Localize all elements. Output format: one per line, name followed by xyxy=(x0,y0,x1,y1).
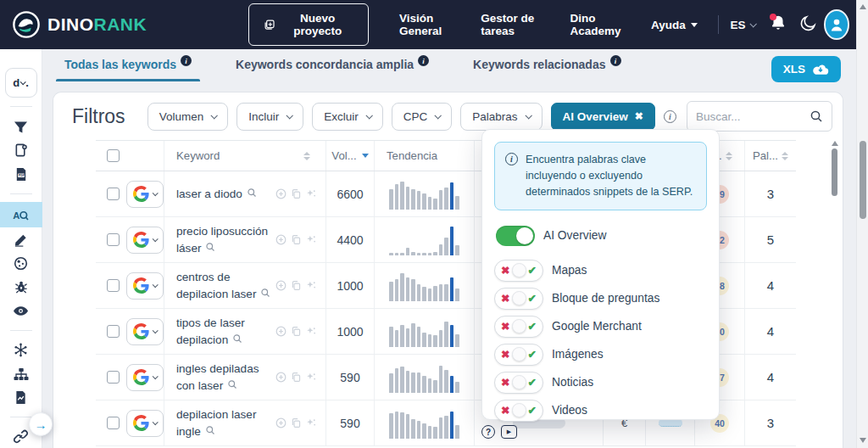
search-engine-selector[interactable] xyxy=(126,272,164,300)
sort-icon[interactable] xyxy=(303,152,310,160)
sort-icon[interactable] xyxy=(782,152,788,160)
ai-sparkle-icon[interactable] xyxy=(306,234,317,245)
tab-keywords-concordancia-amplia[interactable]: Keywords concordancia ampliai xyxy=(236,58,429,81)
toggle-knob[interactable] xyxy=(512,263,526,277)
row-checkbox[interactable] xyxy=(107,417,120,429)
ai-overview-filter-chip[interactable]: AI Overview✖ xyxy=(551,103,655,131)
keyword-search-icon[interactable] xyxy=(227,379,237,392)
language-selector[interactable]: ES xyxy=(731,19,755,31)
table-scrollbar[interactable] xyxy=(831,141,838,445)
keyword-search-icon[interactable] xyxy=(247,188,257,200)
copy-icon[interactable] xyxy=(291,280,302,291)
search-icon[interactable] xyxy=(810,109,823,123)
project-selector[interactable]: d. xyxy=(5,68,37,98)
ai-sparkle-icon[interactable] xyxy=(306,326,317,337)
notifications-button[interactable] xyxy=(769,14,787,36)
exclude-x-icon[interactable]: ✖ xyxy=(501,292,509,305)
toggle-knob[interactable] xyxy=(512,319,526,333)
select-all-checkbox[interactable] xyxy=(107,149,120,162)
toggle-knob[interactable] xyxy=(512,347,526,361)
tri-state-toggle-bloque-de-preguntas[interactable]: ✖ ✔ xyxy=(494,288,543,310)
header-keyword[interactable]: Keyword xyxy=(164,141,326,171)
ai-sparkle-icon[interactable] xyxy=(306,280,317,291)
keyword-search-icon[interactable] xyxy=(232,333,242,346)
user-avatar[interactable] xyxy=(824,9,849,40)
brand-logo-area[interactable]: DINORANK xyxy=(12,10,147,39)
close-icon[interactable]: ✖ xyxy=(635,110,643,122)
exclude-x-icon[interactable]: ✖ xyxy=(501,320,509,333)
sidebar-item-pagerank[interactable] xyxy=(0,252,42,275)
sidebar-item-crawler[interactable] xyxy=(0,276,42,299)
copy-icon[interactable] xyxy=(291,326,302,337)
sidebar-item-eye[interactable] xyxy=(0,300,42,322)
new-project-button[interactable]: Nuevo proyecto xyxy=(248,3,369,46)
filter-dropdown-palabras[interactable]: Palabras xyxy=(460,103,542,131)
sidebar-item-filter[interactable] xyxy=(0,115,42,138)
add-keyword-icon[interactable] xyxy=(275,372,287,383)
nav-link-ayuda[interactable]: Ayuda xyxy=(651,19,698,31)
page-scrollbar[interactable] xyxy=(856,0,868,448)
search-engine-selector[interactable] xyxy=(126,410,164,437)
keyword-search-icon[interactable] xyxy=(260,288,270,300)
toggle-knob[interactable] xyxy=(512,375,526,389)
scroll-down-icon[interactable] xyxy=(860,438,866,443)
row-checkbox[interactable] xyxy=(107,188,120,200)
exclude-x-icon[interactable]: ✖ xyxy=(501,348,509,361)
export-xls-button[interactable]: XLS xyxy=(771,56,841,82)
search-engine-selector[interactable] xyxy=(126,318,164,345)
row-checkbox[interactable] xyxy=(107,279,120,292)
row-checkbox[interactable] xyxy=(107,233,120,246)
include-check-icon[interactable]: ✔ xyxy=(528,264,537,277)
exclude-x-icon[interactable]: ✖ xyxy=(501,404,509,417)
exclude-x-icon[interactable]: ✖ xyxy=(501,264,509,277)
scroll-up-icon[interactable] xyxy=(860,4,866,9)
tri-state-toggle-mapas[interactable]: ✖ ✔ xyxy=(494,260,543,282)
header-words[interactable]: Pal... xyxy=(745,141,796,171)
sidebar-item-pencil[interactable] xyxy=(0,228,42,251)
page-scrollbar-thumb[interactable] xyxy=(860,141,866,219)
ai-overview-toggle[interactable] xyxy=(496,226,535,246)
sort-icon[interactable] xyxy=(726,152,732,160)
filter-dropdown-excluir[interactable]: Excluir xyxy=(312,103,383,131)
include-check-icon[interactable]: ✔ xyxy=(528,292,537,305)
sidebar-item-pdf[interactable]: PDF xyxy=(0,163,42,186)
filter-dropdown-incluir[interactable]: Incluir xyxy=(236,103,303,131)
tab-keywords-relacionadas[interactable]: Keywords relacionadasi xyxy=(473,58,620,81)
sidebar-item-doc-pen[interactable] xyxy=(0,139,42,162)
nav-link-visi-n-general[interactable]: Visión General xyxy=(399,12,459,37)
filter-dropdown-volumen[interactable]: Volumen xyxy=(147,103,229,131)
tab-todas-las-keywords[interactable]: Todas las keywordsi xyxy=(64,58,192,81)
search-engine-selector[interactable] xyxy=(126,181,164,208)
sidebar-item-sitemap[interactable] xyxy=(0,362,42,385)
search-engine-selector[interactable] xyxy=(126,227,164,254)
copy-icon[interactable] xyxy=(291,417,302,428)
video-tutorial-icon[interactable]: ▶ xyxy=(501,425,517,439)
copy-icon[interactable] xyxy=(291,372,302,383)
sidebar-item-report[interactable] xyxy=(0,386,42,409)
tri-state-toggle-videos[interactable]: ✖ ✔ xyxy=(494,400,543,422)
row-checkbox[interactable] xyxy=(107,325,120,338)
include-check-icon[interactable]: ✔ xyxy=(528,320,537,333)
nav-link-gestor-de-tareas[interactable]: Gestor de tareas xyxy=(481,12,548,37)
filter-dropdown-cpc[interactable]: CPC xyxy=(392,103,453,131)
add-keyword-icon[interactable] xyxy=(275,234,287,245)
tri-state-toggle-im-genes[interactable]: ✖ ✔ xyxy=(494,344,543,366)
ai-sparkle-icon[interactable] xyxy=(306,372,317,383)
sidebar-item-internal-links[interactable] xyxy=(0,339,42,361)
add-keyword-icon[interactable] xyxy=(275,188,287,199)
help-icon[interactable]: ? xyxy=(481,425,495,439)
add-keyword-icon[interactable] xyxy=(275,326,287,337)
dark-mode-toggle[interactable] xyxy=(799,14,817,36)
nav-link-dino-academy[interactable]: Dino Academy xyxy=(570,12,629,37)
copy-icon[interactable] xyxy=(291,234,302,245)
keyword-search-icon[interactable] xyxy=(205,425,215,438)
add-keyword-icon[interactable] xyxy=(275,280,287,291)
ai-sparkle-icon[interactable] xyxy=(306,417,317,428)
toggle-knob[interactable] xyxy=(512,291,526,305)
sidebar-item-keyword-research[interactable]: A xyxy=(0,202,42,227)
include-check-icon[interactable]: ✔ xyxy=(528,348,537,361)
search-engine-selector[interactable] xyxy=(126,364,164,391)
tri-state-toggle-noticias[interactable]: ✖ ✔ xyxy=(494,372,543,394)
toggle-knob[interactable] xyxy=(512,403,526,417)
ai-sparkle-icon[interactable] xyxy=(306,188,317,199)
